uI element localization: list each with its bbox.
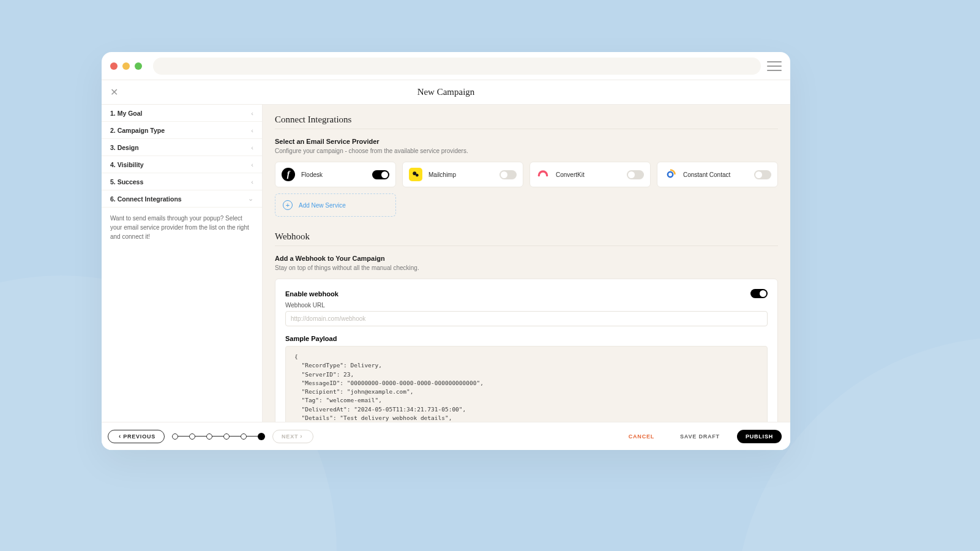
page-title: New Campaign — [417, 87, 475, 97]
provider-card-convertkit[interactable]: ConvertKit — [529, 162, 651, 187]
section-title-webhook: Webhook — [275, 231, 778, 246]
provider-name: Constant Contact — [683, 171, 748, 178]
sidebar-item-success[interactable]: 5. Success ‹ — [102, 173, 262, 190]
sidebar-item-label: 4. Visibility — [110, 161, 144, 168]
add-service-label: Add New Service — [299, 202, 346, 209]
flodesk-icon: f — [282, 168, 295, 181]
add-service-button[interactable]: + Add New Service — [275, 193, 396, 217]
step-dot[interactable] — [189, 433, 195, 440]
step-dot-current — [258, 433, 265, 440]
main-panel: Connect Integrations Select an Email Ser… — [263, 105, 790, 422]
traffic-lights — [110, 62, 142, 70]
provider-card-constant-contact[interactable]: Constant Contact — [657, 162, 778, 187]
close-icon[interactable]: ✕ — [110, 86, 118, 98]
sidebar-item-label: 5. Success — [110, 178, 143, 186]
provider-card-flodesk[interactable]: f Flodesk — [275, 162, 396, 187]
previous-button[interactable]: ‹ PREVIOUS — [108, 430, 165, 443]
sidebar-item-label: 2. Campaign Type — [110, 127, 165, 134]
section-title-integrations: Connect Integrations — [275, 114, 778, 129]
svg-point-1 — [416, 174, 419, 177]
page-header: ✕ New Campaign — [102, 80, 790, 105]
chevron-left-icon: ‹ — [251, 178, 253, 186]
webhook-description: Stay on top of things without all the ma… — [275, 264, 778, 271]
provider-toggle[interactable] — [499, 170, 517, 179]
plus-icon: + — [283, 200, 293, 210]
sidebar-item-my-goal[interactable]: 1. My Goal ‹ — [102, 105, 262, 122]
enable-webhook-label: Enable webhook — [285, 290, 339, 298]
chevron-left-icon: ‹ — [251, 127, 253, 134]
convertkit-icon — [536, 168, 550, 181]
sidebar-item-label: 3. Design — [110, 144, 139, 151]
provider-card-mailchimp[interactable]: Mailchimp — [402, 162, 523, 187]
step-indicator — [172, 433, 265, 440]
sidebar-item-design[interactable]: 3. Design ‹ — [102, 139, 262, 156]
webhook-subtitle: Add a Webhook to Your Campaign — [275, 255, 778, 262]
provider-name: Mailchimp — [428, 171, 493, 178]
save-draft-button[interactable]: SAVE DRAFT — [671, 430, 728, 443]
chevron-left-icon: ‹ — [251, 144, 253, 151]
sidebar-item-campaign-type[interactable]: 2. Campaign Type ‹ — [102, 122, 262, 139]
window-close-icon[interactable] — [110, 62, 118, 70]
step-dot[interactable] — [223, 433, 230, 440]
chevron-left-icon: ‹ — [251, 110, 253, 117]
webhook-url-input[interactable] — [285, 311, 768, 326]
sidebar-item-label: 1. My Goal — [110, 110, 143, 117]
chevron-left-icon: ‹ — [251, 161, 253, 168]
integrations-subtitle: Select an Email Service Provider — [275, 138, 778, 145]
step-dot[interactable] — [172, 433, 178, 440]
provider-toggle[interactable] — [754, 170, 771, 179]
chevron-down-icon: ⌄ — [248, 195, 253, 203]
next-button: NEXT › — [272, 430, 313, 443]
webhook-card: Enable webhook Webhook URL Sample Payloa… — [275, 279, 778, 422]
previous-label: PREVIOUS — [123, 433, 155, 440]
window-minimize-icon[interactable] — [122, 62, 130, 70]
mailchimp-icon — [409, 168, 422, 181]
sample-payload-label: Sample Payload — [285, 335, 768, 342]
integrations-description: Configure your campaign - choose from th… — [275, 148, 778, 154]
provider-toggle[interactable] — [372, 170, 389, 179]
chevron-left-icon: ‹ — [119, 433, 121, 440]
menu-icon[interactable] — [767, 60, 782, 72]
enable-webhook-toggle[interactable] — [750, 289, 768, 298]
publish-button[interactable]: PUBLISH — [737, 430, 782, 443]
url-bar[interactable] — [153, 58, 761, 75]
sidebar-item-visibility[interactable]: 4. Visibility ‹ — [102, 156, 262, 173]
sidebar-item-connect-integrations[interactable]: 6. Connect Integrations ⌄ — [102, 190, 262, 208]
provider-name: Flodesk — [301, 171, 366, 178]
step-sidebar: 1. My Goal ‹ 2. Campaign Type ‹ 3. Desig… — [102, 105, 263, 422]
chevron-right-icon: › — [300, 433, 302, 440]
webhook-url-label: Webhook URL — [285, 302, 768, 309]
window-maximize-icon[interactable] — [135, 62, 142, 70]
cancel-button[interactable]: CANCEL — [620, 430, 663, 443]
svg-point-2 — [668, 172, 673, 177]
step-dot[interactable] — [206, 433, 212, 440]
wizard-footer: ‹ PREVIOUS NEXT › CANCEL SAVE DRAFT PUBL… — [102, 422, 790, 450]
provider-toggle[interactable] — [627, 170, 644, 179]
sample-payload-code: { "RecordType": Delivery, "ServerID": 23… — [285, 346, 768, 422]
app-window: ✕ New Campaign 1. My Goal ‹ 2. Campaign … — [102, 52, 790, 450]
constant-contact-icon — [664, 168, 677, 181]
provider-name: ConvertKit — [556, 171, 621, 178]
window-titlebar — [102, 52, 790, 80]
step-dot[interactable] — [241, 433, 247, 440]
sidebar-description: Want to send emails through your popup? … — [102, 208, 262, 247]
sidebar-item-label: 6. Connect Integrations — [110, 195, 182, 203]
next-label: NEXT — [282, 433, 298, 440]
